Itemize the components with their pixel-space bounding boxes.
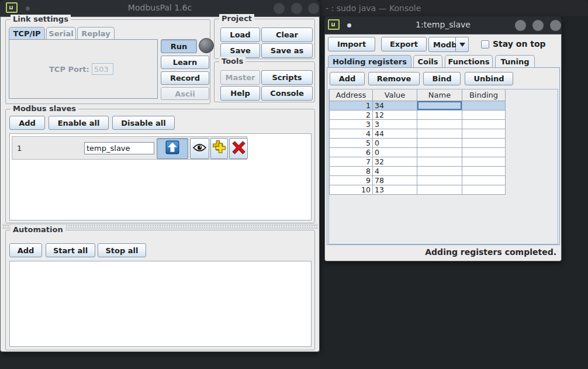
slave-view-button[interactable] bbox=[190, 138, 209, 159]
slave-delete-button[interactable] bbox=[229, 138, 248, 159]
column-header-address[interactable]: Address bbox=[330, 89, 373, 101]
minimize-button[interactable] bbox=[274, 3, 285, 14]
cell-address[interactable]: 10 bbox=[330, 185, 373, 194]
cell-value[interactable]: 12 bbox=[373, 110, 417, 119]
register-unbind-button[interactable]: Unbind bbox=[465, 72, 513, 85]
register-scrollpane[interactable]: Address Value Name Binding 1342123344450… bbox=[328, 89, 558, 244]
cell-name[interactable] bbox=[417, 166, 462, 175]
register-remove-button[interactable]: Remove bbox=[368, 72, 420, 85]
cell-name[interactable] bbox=[417, 157, 462, 166]
combobox-arrow-button[interactable] bbox=[456, 37, 469, 52]
cell-value[interactable]: 13 bbox=[373, 185, 417, 194]
enable-all-button[interactable]: Enable all bbox=[49, 116, 109, 130]
cell-address[interactable]: 3 bbox=[330, 119, 373, 129]
cell-name[interactable] bbox=[417, 175, 462, 185]
cell-name[interactable] bbox=[417, 110, 462, 119]
cell-binding[interactable] bbox=[462, 185, 506, 194]
register-add-button[interactable]: Add bbox=[330, 72, 365, 85]
cell-address[interactable]: 5 bbox=[330, 138, 373, 147]
table-row: 134 bbox=[330, 101, 506, 110]
cell-binding[interactable] bbox=[462, 101, 506, 110]
column-header-value[interactable]: Value bbox=[373, 89, 417, 101]
master-button[interactable]: Master bbox=[220, 70, 260, 85]
slave-enable-toggle[interactable] bbox=[157, 138, 188, 159]
tab-coils[interactable]: Coils bbox=[413, 55, 442, 67]
eye-icon bbox=[192, 143, 207, 155]
cell-binding[interactable] bbox=[462, 175, 506, 185]
slave-duplicate-button[interactable] bbox=[210, 138, 228, 159]
register-bind-button[interactable]: Bind bbox=[423, 72, 461, 85]
slave-add-button[interactable]: Add bbox=[9, 116, 45, 130]
cell-value[interactable]: 34 bbox=[373, 101, 417, 110]
cell-address[interactable]: 6 bbox=[330, 147, 373, 157]
cell-name[interactable] bbox=[417, 185, 462, 194]
cell-binding[interactable] bbox=[462, 138, 506, 147]
protocol-combobox[interactable]: Modbus bbox=[428, 37, 456, 52]
cell-address[interactable]: 9 bbox=[330, 175, 373, 185]
maximize-button[interactable] bbox=[291, 3, 302, 14]
cell-name[interactable] bbox=[417, 138, 462, 147]
cell-address[interactable]: 7 bbox=[330, 157, 373, 166]
slave-close-button[interactable] bbox=[550, 20, 561, 31]
cell-address[interactable]: 1 bbox=[330, 101, 373, 110]
modbuspal-body: Link settings TCP/IP Serial Replay TCP P… bbox=[0, 16, 320, 352]
cell-value[interactable]: 0 bbox=[373, 147, 417, 157]
cell-value[interactable]: 0 bbox=[373, 138, 417, 147]
cell-binding[interactable] bbox=[462, 119, 506, 129]
stop-all-button[interactable]: Stop all bbox=[98, 243, 146, 257]
automation-add-button[interactable]: Add bbox=[9, 243, 42, 257]
help-button[interactable]: Help bbox=[220, 86, 260, 101]
slave-titlebar[interactable]: 1:temp_slave bbox=[324, 16, 562, 34]
konsole-titlebar[interactable]: - : sudo java — Konsole bbox=[320, 0, 588, 16]
save-button[interactable]: Save bbox=[220, 43, 260, 58]
save-as-button[interactable]: Save as bbox=[261, 43, 313, 58]
link-settings-title: Link settings bbox=[11, 15, 71, 23]
cell-binding[interactable] bbox=[462, 147, 506, 157]
cell-name[interactable] bbox=[417, 147, 462, 157]
cell-binding[interactable] bbox=[462, 166, 506, 175]
column-header-binding[interactable]: Binding bbox=[462, 89, 506, 101]
tcp-port-input[interactable] bbox=[92, 63, 113, 75]
tab-functions[interactable]: Functions bbox=[445, 55, 493, 67]
cell-binding[interactable] bbox=[462, 157, 506, 166]
cell-value[interactable]: 3 bbox=[373, 119, 417, 129]
disable-all-button[interactable]: Disable all bbox=[112, 116, 175, 130]
learn-button[interactable]: Learn bbox=[161, 56, 209, 69]
tab-serial[interactable]: Serial bbox=[46, 27, 76, 39]
cell-name[interactable] bbox=[417, 101, 462, 110]
slave-name-input[interactable] bbox=[84, 142, 154, 154]
cell-value[interactable]: 44 bbox=[373, 129, 417, 138]
cell-address[interactable]: 4 bbox=[330, 129, 373, 138]
cell-name[interactable] bbox=[417, 129, 462, 138]
cell-value[interactable]: 4 bbox=[373, 166, 417, 175]
cell-address[interactable]: 2 bbox=[330, 110, 373, 119]
slave-minimize-button[interactable] bbox=[515, 20, 526, 31]
export-button[interactable]: Export bbox=[381, 37, 427, 51]
cell-name[interactable] bbox=[417, 119, 462, 129]
cell-binding[interactable] bbox=[462, 129, 506, 138]
clear-button[interactable]: Clear bbox=[261, 27, 313, 42]
tab-holding-registers[interactable]: Holding registers bbox=[328, 55, 411, 67]
run-button[interactable]: Run bbox=[161, 39, 197, 53]
tab-tuning[interactable]: Tuning bbox=[495, 55, 535, 67]
close-button[interactable] bbox=[308, 3, 319, 14]
cell-binding[interactable] bbox=[462, 110, 506, 119]
modbuspal-titlebar[interactable]: ModbusPal 1.6c bbox=[0, 0, 320, 16]
record-button[interactable]: Record bbox=[161, 71, 209, 85]
tab-replay[interactable]: Replay bbox=[77, 27, 115, 39]
slave-maximize-button[interactable] bbox=[532, 20, 544, 31]
cell-value[interactable]: 32 bbox=[373, 157, 417, 166]
slave-row[interactable]: 1 bbox=[12, 136, 247, 160]
load-button[interactable]: Load bbox=[220, 27, 260, 42]
console-button[interactable]: Console bbox=[261, 86, 313, 101]
tab-tcpip[interactable]: TCP/IP bbox=[9, 27, 45, 39]
start-all-button[interactable]: Start all bbox=[46, 243, 95, 257]
stay-on-top-checkbox[interactable] bbox=[481, 40, 489, 49]
desktop: - : sudo java — Konsole ModbusPal 1.6c L… bbox=[0, 0, 588, 369]
cell-address[interactable]: 8 bbox=[330, 166, 373, 175]
import-button[interactable]: Import bbox=[328, 37, 375, 51]
scripts-button[interactable]: Scripts bbox=[261, 70, 313, 85]
ascii-button[interactable]: Ascii bbox=[161, 87, 209, 100]
cell-value[interactable]: 78 bbox=[373, 175, 417, 185]
column-header-name[interactable]: Name bbox=[417, 89, 462, 101]
